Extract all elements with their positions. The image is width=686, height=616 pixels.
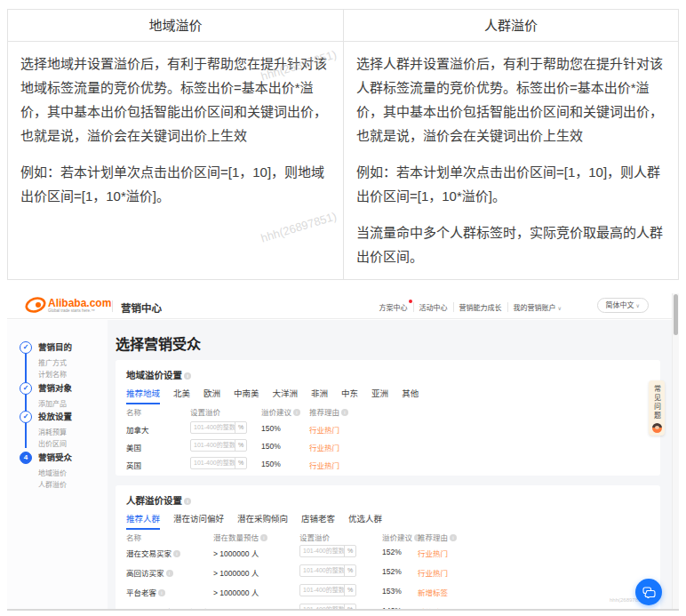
substep-budget[interactable]: 消耗预算	[38, 427, 67, 436]
info-icon[interactable]: i	[211, 609, 219, 611]
tab-preferred-audience[interactable]: 优选人群	[348, 512, 382, 530]
audience-premium-description: 选择人群并设置溢价后，有利于帮助您在提升针对该人群标签流量的竞价优势。标签出价=…	[343, 42, 678, 279]
col-premium-suggest: 溢价建议i	[261, 406, 300, 417]
step-marketing-object[interactable]: 营销对象	[20, 382, 72, 395]
tab-purchase-intent[interactable]: 潜在采购倾向	[237, 512, 288, 530]
tab-latin-america[interactable]: 中南美	[234, 387, 259, 404]
substep-audience-premium[interactable]: 人群溢价	[38, 479, 67, 489]
alibaba-logo-icon	[25, 297, 46, 313]
region-reason-link[interactable]: 行业热门	[309, 424, 339, 435]
audience-premium-input[interactable]: 101-400的整数 %	[299, 604, 356, 611]
col-premium-suggest: 溢价建议i	[382, 532, 421, 542]
audience-reason-link[interactable]: 行业热门	[418, 548, 448, 558]
info-icon[interactable]: i	[341, 409, 348, 416]
notification-dot	[409, 300, 412, 303]
substep-region-premium[interactable]: 地域溢价	[38, 468, 67, 477]
nav-marketing-growth[interactable]: 营销能力成长	[453, 302, 507, 312]
logo-name: Alibaba.com	[48, 298, 111, 308]
percent-suffix: %	[235, 458, 246, 468]
tab-middle-east[interactable]: 中东	[341, 387, 358, 404]
page-title: 选择营销受众	[116, 332, 201, 354]
tab-oceania[interactable]: 大洋洲	[273, 387, 299, 404]
region-premium-header: 地域溢价	[8, 10, 343, 41]
nav-my-account[interactable]: 我的营销账户	[507, 302, 567, 312]
info-icon[interactable]: i	[184, 372, 191, 380]
tab-recommended-audience[interactable]: 推荐人群	[126, 512, 160, 530]
tab-north-america[interactable]: 北美	[173, 387, 190, 404]
step-check-icon	[20, 382, 32, 395]
audience-reason-link[interactable]: 新增标签	[418, 587, 448, 597]
alibaba-logo[interactable]: Alibaba.com Global trade starts here.™	[25, 297, 111, 313]
region-row-name: 加拿大	[126, 424, 149, 435]
header-nav: 方案中心 活动中心 营销能力成长 我的营销账户	[374, 302, 567, 312]
info-icon[interactable]: i	[173, 550, 180, 557]
info-icon[interactable]: i	[184, 498, 191, 505]
region-reason-link[interactable]: 行业热门	[309, 442, 339, 452]
step-number: 4	[20, 452, 32, 464]
percent-suffix: %	[344, 585, 355, 596]
col-estimate: 潜在数量预估i	[213, 532, 267, 542]
tab-store-regulars[interactable]: 店铺老客	[301, 512, 335, 530]
region-premium-input[interactable]: 101-400的整数 %	[190, 421, 247, 434]
audience-premium-input[interactable]: 101-400的整数 %	[299, 545, 356, 557]
tab-africa[interactable]: 非洲	[311, 387, 328, 404]
audience-reason-link[interactable]: 系统精选	[418, 606, 448, 611]
vertical-scrollbar[interactable]	[672, 293, 679, 609]
tab-europe[interactable]: 欧洲	[203, 387, 220, 404]
region-premium-card: 地域溢价设置i 推荐地域 北美 欧洲 中南美 大洋洲 非洲 中东 亚洲 其他 名…	[116, 360, 660, 476]
region-premium-paragraph: 选择地域并设置溢价后，有利于帮助您在提升针对该地域标签流量的竞价优势。标签出价=…	[20, 52, 331, 148]
tab-recommended-regions[interactable]: 推荐地域	[126, 387, 160, 404]
audience-premium-paragraph: 选择人群并设置溢价后，有利于帮助您在提升针对该人群标签流量的竞价优势。标签出价=…	[356, 52, 666, 148]
audience-premium-header: 人群溢价	[343, 10, 678, 41]
faq-feedback-tab[interactable]: 常见问题	[649, 380, 665, 436]
substep-add-product[interactable]: 添加产品	[38, 398, 67, 408]
audience-premium-input[interactable]: 101-400的整数 %	[299, 564, 356, 577]
audience-estimate: < 10000 人	[213, 606, 251, 611]
live-chat-button[interactable]	[635, 579, 662, 605]
info-icon[interactable]: i	[260, 534, 267, 541]
info-icon[interactable]: i	[158, 589, 165, 596]
tab-other[interactable]: 其他	[402, 387, 419, 404]
region-tabs: 推荐地域 北美 欧洲 中南美 大洋洲 非洲 中东 亚洲 其他	[126, 387, 432, 404]
audience-row-name: 高回访买家i	[126, 567, 173, 578]
audience-premium-input[interactable]: 101-400的整数 %	[299, 584, 356, 596]
step-marketing-audience[interactable]: 4 营销受众	[20, 452, 72, 464]
region-card-title: 地域溢价设置i	[126, 368, 191, 381]
header-divider	[112, 300, 113, 312]
top-header-bar: Alibaba.com Global trade starts here.™ 营…	[7, 293, 672, 319]
col-name: 名称	[126, 406, 141, 417]
info-icon[interactable]: i	[293, 409, 300, 416]
tab-asia[interactable]: 亚洲	[371, 387, 388, 404]
region-premium-input[interactable]: 101-400的整数 %	[190, 457, 247, 469]
nav-plan-center[interactable]: 方案中心	[374, 302, 413, 312]
audience-row-name: 平台老客i	[126, 587, 165, 597]
audience-tabs: 推荐人群 潜在访问偏好 潜在采购倾向 店铺老客 优选人群	[126, 512, 395, 530]
region-premium-description: 选择地域并设置溢价后，有利于帮助您在提升针对该地域标签流量的竞价优势。标签出价=…	[8, 42, 343, 279]
page-body: 营销目的 推广方式 计划名称 营销对象 添加产品 投放设置 消耗预算 出价区间 …	[7, 320, 672, 609]
audience-row-name: 访问过本店铺产品的买家i	[126, 606, 219, 611]
substep-bid-range[interactable]: 出价区间	[38, 438, 67, 448]
audience-reason-link[interactable]: 行业热门	[418, 567, 448, 578]
info-icon[interactable]: i	[450, 534, 457, 541]
col-reason: 推荐理由i	[418, 532, 457, 542]
substep-promotion-method[interactable]: 推广方式	[38, 357, 67, 367]
language-selector[interactable]: 简体中文	[597, 298, 649, 313]
scrollbar-thumb[interactable]	[674, 294, 678, 335]
percent-suffix: %	[344, 546, 355, 556]
tab-visit-preference[interactable]: 潜在访问偏好	[173, 512, 224, 530]
marketing-center-screenshot: Alibaba.com Global trade starts here.™ 营…	[7, 293, 679, 611]
info-icon[interactable]: i	[166, 570, 173, 577]
steps-sidebar: 营销目的 推广方式 计划名称 营销对象 添加产品 投放设置 消耗预算 出价区间 …	[7, 320, 108, 609]
step-check-icon	[20, 411, 32, 423]
percent-suffix: %	[235, 422, 246, 433]
audience-estimate: > 1000000 人	[213, 587, 259, 597]
region-premium-input[interactable]: 101-400的整数 %	[190, 439, 247, 452]
nav-activity-center[interactable]: 活动中心	[413, 302, 453, 312]
step-marketing-goal[interactable]: 营销目的	[20, 341, 72, 354]
region-reason-link[interactable]: 行业热门	[309, 460, 339, 470]
region-suggest-value: 150%	[261, 460, 281, 468]
substep-plan-name[interactable]: 计划名称	[38, 369, 67, 379]
audience-suggest-value: 152%	[382, 567, 402, 576]
step-delivery-settings[interactable]: 投放设置	[20, 411, 72, 423]
faq-tab-label: 常见问题	[652, 385, 662, 420]
